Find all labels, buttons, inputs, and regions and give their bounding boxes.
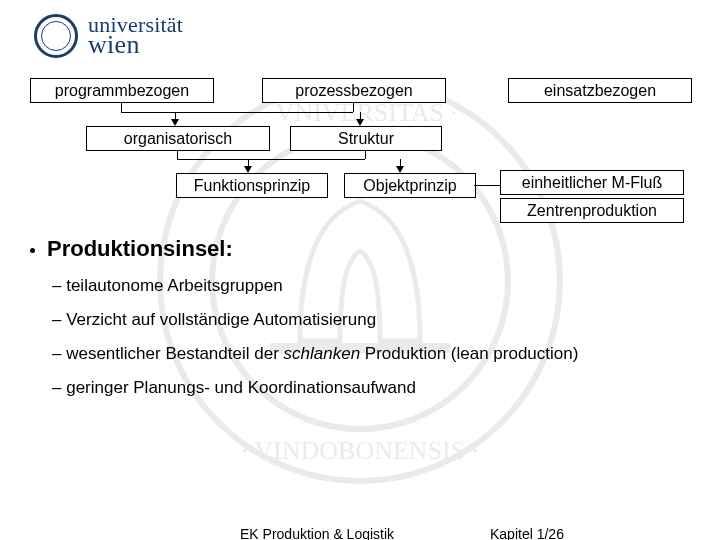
list-item: Verzicht auf vollständige Automatisierun… xyxy=(52,310,680,330)
connector xyxy=(177,150,178,159)
footer-page: Kapitel 1/26 xyxy=(490,526,564,540)
svg-text:· VINDOBONENSIS ·: · VINDOBONENSIS · xyxy=(242,436,478,465)
box-funktionsprinzip: Funktionsprinzip xyxy=(176,173,328,198)
box-programmbezogen: programmbezogen xyxy=(30,78,214,103)
list-item: teilautonome Arbeitsgruppen xyxy=(52,276,680,296)
connector xyxy=(474,185,500,186)
footer-title: EK Produktion & Logistik xyxy=(240,526,394,540)
box-organisatorisch: organisatorisch xyxy=(86,126,270,151)
box-struktur: Struktur xyxy=(290,126,442,151)
box-einheitlicher-mfluss: einheitlicher M-Fluß xyxy=(500,170,684,195)
list-item-em: schlanken xyxy=(284,344,361,363)
list-item: geringer Planungs- und Koordinationsaufw… xyxy=(52,378,680,398)
heading-produktionsinsel: Produktionsinsel: xyxy=(30,236,680,262)
arrow-down-icon xyxy=(244,166,252,173)
arrow-down-icon xyxy=(171,119,179,126)
bullet-icon xyxy=(30,248,35,253)
list-item: wesentlicher Bestandteil der schlanken P… xyxy=(52,344,680,364)
heading-text: Produktionsinsel: xyxy=(47,236,233,261)
connector xyxy=(177,159,365,160)
main-content: Produktionsinsel: teilautonome Arbeitsgr… xyxy=(30,236,680,412)
box-prozessbezogen: prozessbezogen xyxy=(262,78,446,103)
arrow-down-icon xyxy=(356,119,364,126)
box-objektprinzip: Objektprinzip xyxy=(344,173,476,198)
connector xyxy=(121,102,122,112)
connector xyxy=(365,150,366,159)
arrow-down-icon xyxy=(396,166,404,173)
list-item-text: Produktion (lean production) xyxy=(360,344,578,363)
classification-diagram: programmbezogen prozessbezogen einsatzbe… xyxy=(30,78,690,223)
bullet-list: teilautonome Arbeitsgruppen Verzicht auf… xyxy=(30,276,680,398)
box-zentrenproduktion: Zentrenproduktion xyxy=(500,198,684,223)
list-item-text: wesentlicher Bestandteil der xyxy=(66,344,283,363)
logo-wordmark: universität wien xyxy=(88,15,183,56)
connector xyxy=(353,102,354,112)
box-einsatzbezogen: einsatzbezogen xyxy=(508,78,692,103)
connector xyxy=(121,112,353,113)
university-logo: universität wien xyxy=(34,14,183,58)
logo-seal-icon xyxy=(34,14,78,58)
